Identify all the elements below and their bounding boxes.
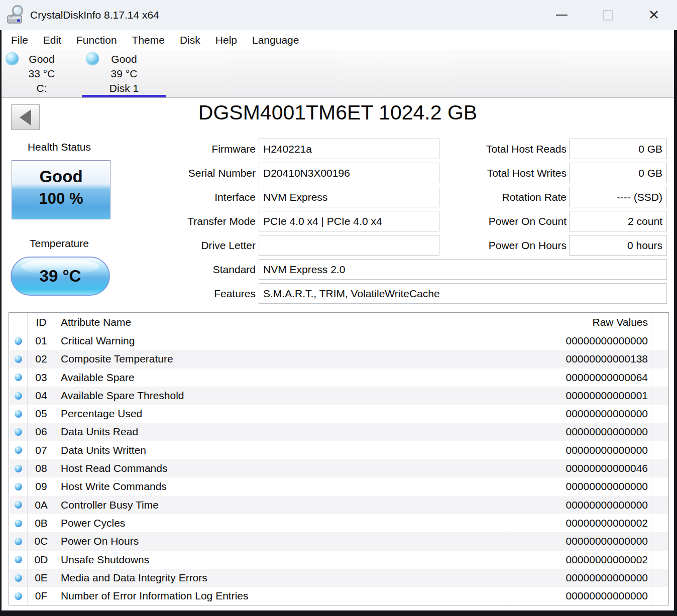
attribute-id: 0D: [27, 551, 55, 569]
attribute-name: Host Read Commands: [55, 459, 511, 477]
attribute-id: 04: [27, 387, 55, 405]
close-button[interactable]: ✕: [631, 0, 677, 30]
app-window: CrystalDiskInfo 8.17.14 x64 ✕ File Edit …: [0, 0, 677, 616]
menu-help[interactable]: Help: [208, 30, 245, 50]
attribute-status-orb-icon: [15, 574, 22, 582]
attribute-name: Composite Temperature: [55, 350, 511, 368]
attribute-raw-value: 00000000000001: [511, 387, 651, 405]
disk-tab-disk1[interactable]: Good 39 °C Disk 1: [82, 50, 166, 97]
attribute-id: 03: [27, 368, 55, 387]
table-row[interactable]: 0F Number of Error Information Log Entri…: [9, 587, 668, 605]
attribute-name: Data Units Read: [55, 423, 511, 441]
attribute-status-orb-icon: [15, 337, 22, 345]
maximize-button[interactable]: [585, 0, 631, 30]
menu-disk[interactable]: Disk: [172, 30, 208, 50]
attribute-raw-value: 00000000000000: [511, 532, 651, 550]
menu-file[interactable]: File: [4, 30, 36, 50]
title-bar: CrystalDiskInfo 8.17.14 x64 ✕: [0, 0, 677, 30]
attribute-id: 08: [27, 459, 55, 477]
disk-temp-text: 33 °C: [2, 66, 82, 81]
attribute-name: Percentage Used: [55, 405, 511, 423]
power-on-hours-label: Power On Hours: [442, 235, 567, 256]
smart-table-body: 01 Critical Warning 00000000000000 02 Co…: [9, 332, 668, 605]
temperature-value: 39 °C: [12, 258, 109, 295]
interface-value: NVM Express: [259, 187, 439, 207]
attribute-id: 0F: [27, 587, 55, 605]
maximize-icon: [603, 10, 613, 21]
attribute-raw-value: 00000000000000: [511, 496, 651, 514]
table-row[interactable]: 0E Media and Data Integrity Errors 00000…: [9, 569, 668, 587]
minimize-icon: [556, 15, 568, 16]
header-id: ID: [27, 313, 55, 332]
attribute-status-orb-icon: [15, 592, 22, 600]
firmware-value: H240221a: [259, 139, 439, 159]
attribute-id: 09: [27, 477, 55, 496]
table-row[interactable]: 05 Percentage Used 00000000000000: [9, 405, 668, 423]
menu-theme[interactable]: Theme: [125, 30, 172, 50]
attribute-raw-value: 00000000000000: [511, 441, 651, 459]
drive-letter-value: [259, 235, 439, 256]
table-row[interactable]: 02 Composite Temperature 00000000000138: [9, 350, 668, 368]
power-on-count-label: Power On Count: [442, 211, 567, 231]
attribute-raw-value: 00000000000000: [511, 332, 651, 350]
app-logo-icon: [6, 5, 27, 26]
attribute-raw-value: 00000000000000: [511, 477, 651, 496]
health-status-label: Health Status: [2, 141, 117, 153]
attribute-status-orb-icon: [15, 410, 22, 418]
attribute-name: Data Units Written: [55, 441, 511, 459]
disk-name-text: C:: [2, 81, 82, 95]
rotation-rate-label: Rotation Rate: [442, 187, 567, 207]
attribute-name: Power Cycles: [55, 514, 511, 532]
menu-language[interactable]: Language: [245, 30, 306, 50]
total-host-writes-label: Total Host Writes: [442, 163, 567, 183]
attribute-id: 05: [27, 405, 55, 423]
health-status-indicator[interactable]: Good 100 %: [12, 160, 110, 219]
table-row[interactable]: 09 Host Write Commands 00000000000000: [9, 477, 668, 496]
attribute-status-orb-icon: [15, 465, 22, 472]
table-row[interactable]: 0D Unsafe Shutdowns 00000000000002: [9, 551, 668, 569]
attribute-name: Unsafe Shutdowns: [55, 551, 511, 569]
features-value: S.M.A.R.T., TRIM, VolatileWriteCache: [259, 283, 667, 304]
menu-function[interactable]: Function: [69, 30, 125, 50]
attribute-raw-value: 00000000000002: [511, 514, 651, 532]
attribute-raw-value: 00000000000000: [511, 587, 651, 605]
transfer-mode-label: Transfer Mode: [137, 211, 256, 231]
table-row[interactable]: 0B Power Cycles 00000000000002: [9, 514, 668, 532]
attribute-status-orb-icon: [15, 520, 22, 527]
attribute-name: Host Write Commands: [55, 477, 511, 496]
menu-edit[interactable]: Edit: [36, 30, 69, 50]
drive-detail-panel: DGSM4001TM6ET 1024.2 GB Health Status Go…: [2, 98, 674, 610]
table-row[interactable]: 01 Critical Warning 00000000000000: [9, 332, 668, 350]
table-row[interactable]: 06 Data Units Read 00000000000000: [9, 423, 668, 441]
power-on-hours-value: 0 hours: [569, 235, 667, 256]
transfer-mode-value: PCIe 4.0 x4 | PCIe 4.0 x4: [259, 211, 439, 231]
attribute-status-orb-icon: [15, 538, 22, 545]
table-row[interactable]: 07 Data Units Written 00000000000000: [9, 441, 668, 459]
attribute-name: Media and Data Integrity Errors: [55, 569, 511, 587]
menu-bar: File Edit Function Theme Disk Help Langu…: [2, 30, 674, 50]
attribute-status-orb-icon: [15, 446, 22, 454]
close-icon: ✕: [648, 9, 660, 22]
attribute-name: Critical Warning: [55, 332, 511, 350]
table-row[interactable]: 0C Power On Hours 00000000000000: [9, 532, 668, 550]
header-raw-values: Raw Values: [511, 313, 651, 332]
attribute-status-orb-icon: [15, 374, 22, 381]
rotation-rate-value: ---- (SSD): [569, 187, 667, 207]
serial-number-value: D20410N3X00196: [259, 163, 439, 183]
disk-tab-c[interactable]: Good 33 °C C:: [2, 50, 82, 97]
serial-number-label: Serial Number: [137, 163, 256, 183]
total-host-reads-value: 0 GB: [569, 139, 667, 159]
attribute-id: 0B: [27, 514, 55, 532]
minimize-button[interactable]: [538, 0, 585, 30]
table-row[interactable]: 0A Controller Busy Time 00000000000000: [9, 496, 668, 514]
attribute-raw-value: 00000000000046: [511, 459, 651, 477]
attribute-raw-value: 00000000000000: [511, 405, 651, 423]
attribute-status-orb-icon: [15, 428, 22, 436]
table-row[interactable]: 08 Host Read Commands 00000000000046: [9, 459, 668, 477]
power-on-count-value: 2 count: [569, 211, 667, 231]
attribute-id: 0A: [27, 496, 55, 514]
table-row[interactable]: 03 Available Spare 00000000000064: [9, 368, 668, 387]
total-host-writes-value: 0 GB: [569, 163, 667, 183]
table-row[interactable]: 04 Available Spare Threshold 00000000000…: [9, 387, 668, 405]
attribute-id: 0C: [27, 532, 55, 550]
